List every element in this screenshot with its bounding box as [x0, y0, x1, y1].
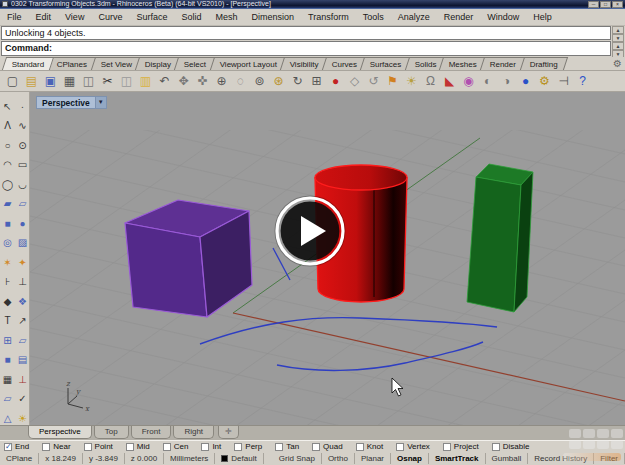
select-pointer-icon[interactable]: ↖ [3, 101, 11, 113]
osnap-checkbox[interactable] [275, 443, 283, 451]
car-icon[interactable]: ● [326, 73, 345, 90]
viewport-title[interactable]: Perspective ▼ [36, 96, 107, 109]
ellipse-icon[interactable]: ◯ [2, 179, 13, 191]
command-scrollbar[interactable]: ▲ ▼ ▲ ▼ [612, 26, 624, 56]
osnap-checkbox[interactable] [84, 443, 92, 451]
menu-item[interactable]: Transform [301, 12, 356, 22]
duplicate-icon[interactable]: ◫ [79, 73, 98, 90]
array-icon[interactable]: ▦ [3, 374, 12, 386]
cone-icon[interactable]: △ [4, 413, 12, 425]
command-history[interactable]: Unlocking 4 objects. [1, 26, 611, 40]
cplane-icon[interactable]: ◇ [345, 73, 364, 90]
flag-icon[interactable]: ⚑ [383, 73, 402, 90]
menu-item[interactable]: Analyze [391, 12, 437, 22]
osnap-option[interactable]: Near [42, 442, 70, 451]
solid-icon[interactable]: ■ [4, 354, 10, 366]
osnap-checkbox[interactable] [126, 443, 134, 451]
freeform-arc-icon[interactable]: ◡ [18, 179, 27, 191]
menu-item[interactable]: Mesh [208, 12, 244, 22]
split-icon[interactable]: ⊥ [18, 276, 27, 288]
arc-icon[interactable]: ◠ [3, 159, 12, 171]
osnap-checkbox[interactable] [42, 443, 50, 451]
menu-item[interactable]: Solid [174, 12, 208, 22]
menu-item[interactable]: Edit [29, 12, 59, 22]
menu-item[interactable]: Render [437, 12, 481, 22]
osnap-option[interactable]: Tan [275, 442, 299, 451]
osnap-checkbox[interactable] [312, 443, 320, 451]
toolbar-tab[interactable]: Drafting [519, 57, 567, 70]
osnap-option[interactable]: Mid [126, 442, 150, 451]
toolbar-tab[interactable]: Surfaces [360, 57, 412, 70]
box-icon[interactable]: ■ [4, 218, 10, 230]
osnap-option[interactable]: Quad [312, 442, 343, 451]
command-prompt[interactable]: Command: [1, 41, 611, 56]
osnap-checkbox[interactable] [443, 443, 451, 451]
lamp-icon[interactable]: ☀ [18, 413, 27, 425]
dimension-icon[interactable]: ⊥ [18, 374, 27, 386]
viewport-tab[interactable]: Front [131, 426, 172, 439]
print-icon[interactable]: ▦ [60, 73, 79, 90]
status-readout[interactable]: y -3.849 [83, 453, 125, 464]
circle-center-icon[interactable]: ⊙ [18, 140, 26, 152]
status-toggle[interactable]: Ortho [322, 453, 355, 464]
trim-icon[interactable]: ⊦ [5, 276, 10, 288]
status-readout[interactable]: CPlane [0, 453, 39, 464]
menu-item[interactable]: Dimension [244, 12, 301, 22]
menu-item[interactable]: Help [526, 12, 559, 22]
surface-icon[interactable]: ▰ [4, 198, 12, 210]
osnap-checkbox[interactable] [234, 443, 242, 451]
extrude-icon[interactable]: ▤ [18, 354, 27, 366]
add-viewport-tab[interactable]: ✛ [218, 426, 239, 439]
rotate-view-icon[interactable]: ↻ [288, 73, 307, 90]
torus-icon[interactable]: ◎ [3, 237, 12, 249]
viewport-canvas[interactable]: z x y [30, 92, 625, 425]
patch-icon[interactable]: ▨ [18, 237, 27, 249]
chamfer-icon[interactable]: ❖ [18, 296, 27, 308]
osnap-option[interactable]: Cen [163, 442, 189, 451]
scroll-up-icon[interactable]: ▲ [612, 26, 624, 34]
osnap-option[interactable]: Perp [234, 442, 262, 451]
osnap-checkbox[interactable] [201, 443, 209, 451]
minimize-button[interactable]: ─ [588, 1, 599, 8]
save-icon[interactable]: ▣ [41, 73, 60, 90]
viewport-tab[interactable]: Top [94, 426, 129, 439]
viewport-tab[interactable]: Perspective [28, 426, 92, 439]
dimension-tool-icon[interactable]: ⊣ [554, 73, 573, 90]
status-toggle[interactable]: Gumball [486, 453, 529, 464]
status-toggle[interactable]: Grid Snap [273, 453, 322, 464]
surface-edge-icon[interactable]: ▱ [19, 198, 27, 210]
color-wheel-icon[interactable]: ◉ [459, 73, 478, 90]
osnap-option[interactable]: Disable [492, 442, 530, 451]
new-document-icon[interactable]: ▢ [3, 73, 22, 90]
osnap-option[interactable]: Project [443, 442, 479, 451]
cut-icon[interactable]: ✂ [98, 73, 117, 90]
osnap-option[interactable]: End [4, 442, 29, 451]
menu-item[interactable]: File [0, 12, 29, 22]
scroll-down-icon[interactable]: ▼ [612, 34, 624, 42]
sphere-icon[interactable]: ● [19, 218, 25, 230]
extract-icon[interactable]: ✦ [18, 257, 26, 269]
rectangle-icon[interactable]: ▭ [18, 159, 27, 171]
help-icon[interactable]: ? [573, 73, 592, 90]
menu-item[interactable]: Curve [91, 12, 129, 22]
green-box-object[interactable] [467, 164, 533, 312]
status-readout[interactable]: Millimeters [164, 453, 215, 464]
paste-icon[interactable]: ▥ [136, 73, 155, 90]
osnap-checkbox[interactable] [492, 443, 500, 451]
point-icon[interactable]: ∙ [21, 101, 24, 113]
osnap-option[interactable]: Int [201, 442, 221, 451]
toolbar-gear-icon[interactable]: ⚙ [613, 58, 622, 69]
pan-icon[interactable]: ✥ [174, 73, 193, 90]
status-toggle[interactable]: Osnap [391, 453, 429, 464]
circle-icon[interactable]: ○ [4, 140, 10, 152]
osnap-checkbox[interactable] [396, 443, 404, 451]
viewport-tab[interactable]: Right [173, 426, 214, 439]
text-icon[interactable]: T [4, 315, 10, 327]
group-icon[interactable]: ⊞ [3, 335, 11, 347]
toolbar-tab[interactable]: Viewport Layout [210, 57, 287, 70]
close-button[interactable]: × [612, 1, 623, 8]
status-toggle[interactable]: Planar [355, 453, 391, 464]
open-folder-icon[interactable]: ▤ [22, 73, 41, 90]
plane-icon[interactable]: ▱ [4, 393, 12, 405]
lightbulb-icon[interactable]: ☀ [402, 73, 421, 90]
